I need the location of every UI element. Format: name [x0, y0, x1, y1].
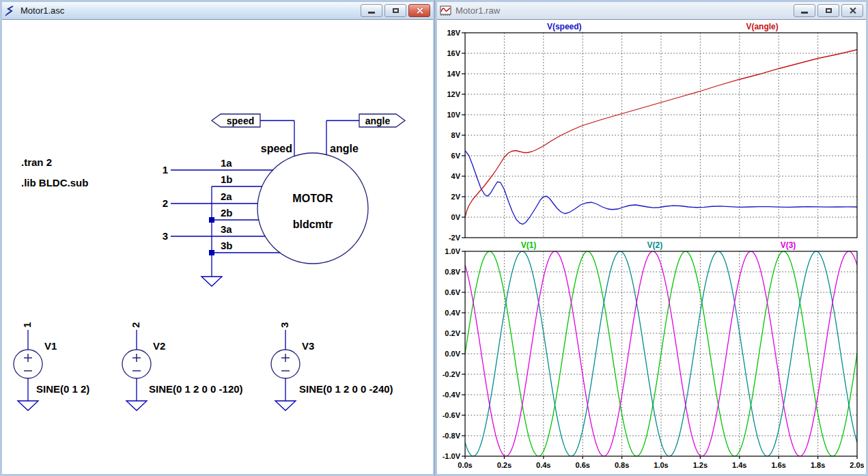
schematic-window[interactable]: Motor1.asc .tran 2 .lib BLDC.sub MOTOR b… — [0, 0, 435, 476]
ground-symbol[interactable] — [275, 401, 296, 410]
svg-text:3a: 3a — [221, 223, 232, 235]
svg-text:10V: 10V — [447, 111, 460, 119]
source-net-label: 3 — [279, 322, 290, 328]
waveform-plots[interactable]: 18V16V14V12V10V8V6V4V2V0V-2VV(speed)V(an… — [439, 21, 864, 472]
y-axis-ticks: 1.0V0.8V0.6V0.4V0.2V0.0V-0.2V-0.4V-0.6V-… — [443, 247, 465, 460]
svg-text:1a: 1a — [221, 157, 232, 169]
schematic-titlebar[interactable]: Motor1.asc — [2, 2, 433, 20]
motor-pin-name-angle: angle — [330, 143, 359, 154]
waveform-window[interactable]: Motor1.raw 18V16V14V12V10V8V6V4V2V0V-2VV… — [435, 0, 868, 476]
minimize-icon — [368, 12, 375, 14]
source-name: V3 — [302, 340, 314, 352]
wire-junction — [209, 217, 214, 223]
motor-label: MOTOR — [292, 193, 333, 204]
svg-text:1b: 1b — [221, 173, 233, 185]
legend-item-V(1)[interactable]: V(1) — [521, 240, 537, 250]
svg-text:2b: 2b — [221, 207, 233, 219]
svg-text:16V: 16V — [447, 49, 460, 57]
svg-text:-0.2V: -0.2V — [443, 370, 461, 378]
motor-pin-labels: 1a 1b 2a 2b 3a 3b — [221, 157, 233, 251]
svg-text:1.2s: 1.2s — [693, 461, 708, 469]
x-axis-ticks: 0.0s0.2s0.4s0.6s0.8s1.0s1.2s1.4s1.6s1.8s… — [458, 456, 864, 469]
motor-model-label: bldcmtr — [293, 219, 333, 230]
y-axis-ticks: 18V16V14V12V10V8V6V4V2V0V-2V — [447, 29, 465, 242]
source-name: V1 — [44, 340, 57, 352]
motor-symbol[interactable]: MOTOR bldcmtr — [257, 153, 368, 264]
restore-button[interactable] — [384, 4, 406, 17]
angle-net-flag[interactable]: angle — [359, 114, 405, 127]
svg-text:1: 1 — [163, 164, 168, 176]
svg-text:14V: 14V — [447, 70, 460, 78]
speed-flag-label: speed — [227, 115, 254, 126]
restore-icon — [393, 8, 399, 13]
source-net-label: 1 — [21, 322, 33, 328]
svg-text:0.6V: 0.6V — [445, 288, 460, 296]
svg-text:2a: 2a — [221, 191, 232, 202]
speed-net-flag[interactable]: speed — [212, 114, 260, 127]
svg-text:18V: 18V — [447, 29, 460, 37]
ltspice-desktop: { "left_window": { "title": "Motor1.asc"… — [0, 0, 868, 476]
restore-button[interactable] — [817, 4, 839, 17]
svg-text:0V: 0V — [451, 213, 461, 221]
waveform-titlebar[interactable]: Motor1.raw — [437, 2, 866, 20]
svg-text:0.2s: 0.2s — [497, 461, 512, 469]
voltage-source-v3[interactable]: 3 V3 SINE(0 1 2 0 0 -240) — [271, 322, 393, 410]
spice-directive-lib[interactable]: .lib BLDC.sub — [21, 177, 88, 188]
svg-text:12V: 12V — [447, 90, 460, 98]
svg-text:1.8s: 1.8s — [811, 461, 825, 469]
schematic-drawing[interactable]: .tran 2 .lib BLDC.sub MOTOR bldcmtr — [4, 21, 431, 472]
svg-text:0.6s: 0.6s — [575, 461, 589, 469]
svg-text:2.0s: 2.0s — [850, 461, 864, 469]
ground-symbol[interactable] — [126, 401, 147, 410]
voltage-source-v1[interactable]: 1 V1 SINE(0 1 2) — [14, 322, 89, 410]
svg-text:0.4s: 0.4s — [536, 461, 550, 469]
close-button[interactable] — [408, 4, 430, 17]
svg-text:0.2V: 0.2V — [445, 329, 460, 337]
minimize-button[interactable] — [794, 4, 815, 17]
wire-net-labels: 1 2 3 — [163, 164, 168, 242]
legend-item-V(2)[interactable]: V(2) — [647, 240, 662, 250]
waveform-canvas[interactable]: 18V16V14V12V10V8V6V4V2V0V-2VV(speed)V(an… — [439, 21, 864, 472]
svg-text:-2V: -2V — [449, 234, 461, 242]
plot-pane-0[interactable]: 18V16V14V12V10V8V6V4V2V0V-2VV(speed)V(an… — [447, 22, 857, 242]
waveform-window-title: Motor1.raw — [456, 5, 792, 16]
legend[interactable]: V(speed)V(angle) — [547, 22, 779, 31]
svg-text:-1.0V: -1.0V — [443, 452, 461, 460]
svg-text:3: 3 — [163, 230, 168, 242]
svg-text:0.8s: 0.8s — [615, 461, 629, 469]
spice-directive-tran[interactable]: .tran 2 — [21, 156, 52, 168]
wire-junction — [209, 250, 214, 255]
svg-text:0.0V: 0.0V — [445, 350, 460, 358]
svg-text:-0.8V: -0.8V — [443, 432, 461, 440]
ground-symbol[interactable] — [201, 277, 222, 286]
ground-symbol[interactable] — [18, 401, 38, 410]
voltage-source-v2[interactable]: 2 V2 SINE(0 1 2 0 0 -120) — [122, 322, 243, 410]
plot-pane-1[interactable]: 1.0V0.8V0.6V0.4V0.2V0.0V-0.2V-0.4V-0.6V-… — [443, 240, 864, 469]
minimize-button[interactable] — [361, 4, 382, 17]
svg-text:4V: 4V — [451, 172, 461, 180]
source-name: V2 — [153, 340, 165, 352]
svg-text:-0.4V: -0.4V — [443, 391, 461, 399]
close-icon — [849, 7, 856, 14]
source-value: SINE(0 1 2 0 0 -120) — [149, 383, 243, 395]
svg-text:2: 2 — [163, 197, 168, 209]
svg-text:1.4s: 1.4s — [732, 461, 746, 469]
angle-flag-label: angle — [365, 115, 391, 126]
svg-text:0.8V: 0.8V — [445, 268, 460, 276]
motor-pin-name-speed: speed — [261, 143, 292, 154]
schematic-canvas[interactable]: .tran 2 .lib BLDC.sub MOTOR bldcmtr — [4, 21, 431, 472]
schematic-file-icon — [5, 5, 16, 16]
legend-item-V(speed)[interactable]: V(speed) — [547, 22, 582, 31]
svg-text:3b: 3b — [221, 240, 233, 251]
legend[interactable]: V(1)V(2)V(3) — [521, 240, 796, 250]
svg-text:2V: 2V — [451, 193, 461, 201]
svg-text:1.0V: 1.0V — [445, 247, 460, 255]
waveform-file-icon — [440, 5, 451, 16]
close-icon — [416, 7, 423, 14]
source-value: SINE(0 1 2) — [36, 383, 89, 395]
source-net-label: 2 — [130, 322, 141, 328]
close-button[interactable] — [841, 4, 863, 17]
legend-item-V(3)[interactable]: V(3) — [781, 240, 796, 250]
schematic-window-title: Motor1.asc — [20, 5, 359, 16]
legend-item-V(angle)[interactable]: V(angle) — [746, 22, 778, 31]
